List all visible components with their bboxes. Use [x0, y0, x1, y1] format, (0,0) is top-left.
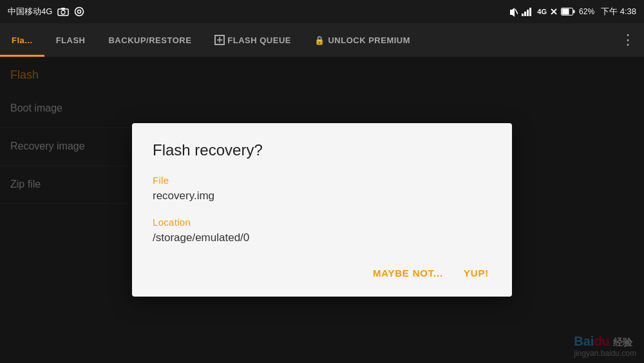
status-bar-left: 中国移动4G — [8, 6, 84, 17]
location-label: Location — [153, 217, 491, 228]
lock-icon: 🔒 — [314, 35, 325, 45]
tab-backup-label: BACKUP/RESTORE — [108, 35, 191, 45]
svg-rect-6 — [522, 14, 524, 16]
svg-point-3 — [75, 8, 84, 16]
svg-point-1 — [61, 10, 65, 14]
svg-rect-8 — [527, 10, 529, 16]
tab-flash-label: FLASH — [56, 35, 86, 45]
carrier-text: 中国移动4G — [8, 6, 52, 17]
tab-backup[interactable]: BACKUP/RESTORE — [97, 23, 203, 57]
dialog-overlay: Flash recovery? File recovery.img Locati… — [0, 57, 644, 363]
status-bar: 中国移动4G 4G — [0, 0, 644, 23]
battery-percent: 62% — [579, 7, 594, 16]
tab-unlock[interactable]: 🔒 UNLOCK PREMIUM — [303, 23, 422, 57]
tab-fla[interactable]: Fla... — [0, 23, 44, 57]
file-label: File — [153, 175, 491, 186]
tab-flash[interactable]: FLASH — [44, 23, 97, 57]
flashqueue-icon: + — [214, 35, 225, 45]
svg-rect-2 — [61, 8, 65, 10]
svg-rect-13 — [573, 10, 575, 14]
svg-line-5 — [515, 9, 518, 14]
confirm-button[interactable]: YUP! — [461, 262, 491, 284]
signal-type: 4G — [537, 8, 547, 15]
svg-rect-9 — [529, 8, 531, 16]
x-icon — [551, 8, 557, 15]
tab-more-button[interactable]: ⋮ — [612, 32, 644, 48]
time-display: 下午 4:38 — [601, 6, 636, 17]
circle-target-icon — [74, 6, 84, 17]
tab-bar: Fla... FLASH BACKUP/RESTORE + FLASH QUEU… — [0, 23, 644, 57]
svg-rect-7 — [524, 12, 526, 16]
svg-point-4 — [78, 10, 81, 14]
more-icon: ⋮ — [621, 32, 635, 48]
signal-bars-icon — [522, 7, 533, 16]
svg-rect-14 — [562, 9, 569, 15]
photo-icon — [57, 7, 69, 16]
dialog-actions: MAYBE NOT... YUP! — [153, 259, 491, 284]
flash-recovery-dialog: Flash recovery? File recovery.img Locati… — [132, 123, 512, 297]
tab-unlock-label: UNLOCK PREMIUM — [328, 35, 410, 45]
file-value: recovery.img — [153, 190, 491, 202]
tab-fla-label: Fla... — [12, 35, 33, 45]
tab-flashqueue[interactable]: + FLASH QUEUE — [203, 23, 303, 57]
status-bar-right: 4G 62% 下午 4:38 — [509, 6, 636, 17]
battery-icon — [561, 8, 575, 15]
location-value: /storage/emulated/0 — [153, 231, 491, 244]
main-content: Flash Boot image Recovery image Zip file… — [0, 57, 644, 363]
dialog-title: Flash recovery? — [153, 141, 491, 159]
tab-flashqueue-label: FLASH QUEUE — [227, 35, 291, 45]
mute-icon — [509, 6, 518, 17]
cancel-button[interactable]: MAYBE NOT... — [370, 262, 446, 284]
